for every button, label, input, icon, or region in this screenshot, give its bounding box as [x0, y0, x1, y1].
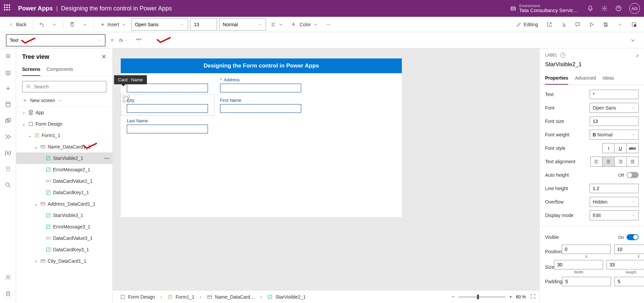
name-input[interactable]: [127, 84, 208, 92]
settings-rail-icon[interactable]: [4, 273, 12, 281]
advanced-tools-icon[interactable]: [4, 165, 12, 173]
virtual-agent-icon[interactable]: [4, 290, 12, 297]
tab-properties[interactable]: Properties: [545, 73, 568, 85]
canvas-area[interactable]: Designing the Form control in Power Apps…: [113, 48, 539, 290]
search-rail-icon[interactable]: [4, 181, 12, 189]
zoom-out-button[interactable]: −: [452, 294, 454, 299]
italic-button[interactable]: I: [602, 143, 614, 153]
font-size-select[interactable]: 13: [190, 18, 217, 31]
tree-node-form[interactable]: ⌄ Form1_1: [16, 130, 112, 141]
insert-pane-icon[interactable]: [4, 85, 12, 92]
align-right-button[interactable]: [614, 157, 627, 167]
formula-input[interactable]: "*": [132, 34, 625, 46]
prop-x-input[interactable]: [562, 245, 611, 254]
prop-padding-2-input[interactable]: [614, 277, 644, 286]
first-name-input[interactable]: [220, 104, 301, 113]
visible-toggle[interactable]: [627, 234, 639, 240]
undo-menu[interactable]: [49, 19, 60, 30]
power-automate-icon[interactable]: [4, 133, 12, 140]
tree-node-val3[interactable]: DataCardValue3_1: [16, 232, 112, 244]
prop-text-input[interactable]: [590, 90, 639, 99]
tree-node-addr-card[interactable]: ⌄ Address_DataCard1_1: [16, 198, 112, 210]
help-badge-icon[interactable]: ?: [560, 52, 566, 58]
hamburger-icon[interactable]: [4, 52, 12, 60]
tree-node-city-card[interactable]: › City_DataCard1_1: [16, 255, 112, 267]
breadcrumb-control[interactable]: StarVisible2_1: [263, 293, 310, 301]
field-city[interactable]: City: [127, 98, 220, 118]
breadcrumb-form[interactable]: Form1_1: [163, 293, 198, 301]
prop-padding-1-input[interactable]: [562, 277, 611, 286]
breadcrumb-screen[interactable]: Form Design: [116, 293, 159, 301]
field-address[interactable]: *Address: [220, 77, 313, 98]
address-input[interactable]: [220, 84, 301, 92]
tab-advanced[interactable]: Advanced: [575, 73, 596, 85]
prop-font-weight-select[interactable]: B Normal: [590, 130, 639, 140]
share-button[interactable]: [545, 19, 553, 30]
breadcrumb-card[interactable]: Name_DataCard…: [203, 293, 259, 301]
media-icon[interactable]: [4, 117, 12, 124]
new-screen-button[interactable]: New screen: [16, 96, 112, 106]
editing-mode-button[interactable]: Editing: [515, 19, 539, 30]
tab-components[interactable]: Components: [46, 64, 73, 76]
fit-to-screen-icon[interactable]: [530, 293, 536, 300]
prop-display-mode-select[interactable]: Edit: [590, 210, 639, 220]
align-center-button[interactable]: [602, 157, 614, 167]
tree-node-val1[interactable]: DataCardValue1_1: [16, 175, 112, 187]
prop-font-size-input[interactable]: [590, 117, 639, 126]
align-left-button[interactable]: [590, 157, 602, 167]
comments-button[interactable]: [574, 19, 582, 30]
prop-overflow-select[interactable]: Hidden: [590, 197, 639, 207]
tree-search-input[interactable]: [22, 81, 106, 92]
property-selector[interactable]: Text: [6, 34, 105, 46]
publish-button[interactable]: [630, 19, 638, 30]
undo-button[interactable]: [36, 19, 47, 30]
tree-node-key1[interactable]: DataCardKey1_1: [16, 187, 112, 198]
tree-node-star2[interactable]: StarVisible2_1: [16, 153, 112, 164]
tab-ideas[interactable]: Ideas: [603, 73, 614, 85]
field-last-name[interactable]: Last Name: [127, 118, 220, 139]
font-family-select[interactable]: Open Sans: [131, 18, 188, 31]
underline-button[interactable]: U: [614, 143, 627, 153]
tree-node-err2[interactable]: ErrorMessage2_1: [16, 164, 112, 175]
fx-icon[interactable]: fx: [119, 37, 128, 43]
data-icon[interactable]: [4, 101, 12, 108]
align-justify-button[interactable]: [627, 157, 639, 167]
tree-node-app[interactable]: › App: [16, 107, 112, 118]
user-avatar[interactable]: AG: [629, 3, 640, 14]
city-input[interactable]: [127, 104, 208, 113]
help-icon[interactable]: [615, 5, 622, 12]
field-first-name[interactable]: First Name: [220, 98, 313, 118]
alignment-button[interactable]: [268, 19, 286, 30]
zoom-slider[interactable]: [459, 296, 505, 298]
tree-view-icon[interactable]: [4, 69, 12, 76]
paste-button[interactable]: [67, 19, 77, 30]
tree-node-name-card[interactable]: ⌄ Name_DataCard1_1: [16, 141, 112, 153]
prop-width-input[interactable]: [554, 260, 603, 269]
strikethrough-button[interactable]: abc: [627, 143, 639, 153]
expand-formula-icon[interactable]: [628, 35, 638, 45]
tree-node-star3[interactable]: StarVisible3_1: [16, 210, 112, 221]
last-name-input[interactable]: [127, 125, 208, 133]
notifications-icon[interactable]: [587, 5, 594, 12]
close-tree-icon[interactable]: ✕: [101, 53, 106, 60]
tab-screens[interactable]: Screens: [22, 64, 40, 76]
prop-font-select[interactable]: Open Sans: [590, 103, 639, 113]
prop-line-height-input[interactable]: [590, 184, 639, 193]
preview-button[interactable]: [588, 19, 596, 30]
canvas-screen[interactable]: Designing the Form control in Power Apps…: [121, 58, 402, 217]
prop-y-input[interactable]: [614, 245, 644, 254]
environment-picker[interactable]: Environment Tata Consultancy Servic…: [510, 4, 578, 13]
color-button[interactable]: Color: [288, 19, 321, 30]
settings-icon[interactable]: [601, 5, 608, 12]
back-button[interactable]: Back: [6, 19, 29, 30]
tree-node-err3[interactable]: ErrorMessage3_1: [16, 221, 112, 232]
tree-item-more-icon[interactable]: [105, 158, 109, 159]
app-checker-button[interactable]: [559, 19, 568, 30]
save-button[interactable]: [602, 19, 610, 30]
paste-menu[interactable]: [79, 19, 90, 30]
prop-height-input[interactable]: [606, 260, 644, 269]
app-launcher-icon[interactable]: [4, 4, 12, 12]
save-menu[interactable]: [616, 19, 624, 30]
variables-icon[interactable]: (x): [4, 149, 12, 157]
auto-height-toggle[interactable]: [627, 172, 639, 178]
